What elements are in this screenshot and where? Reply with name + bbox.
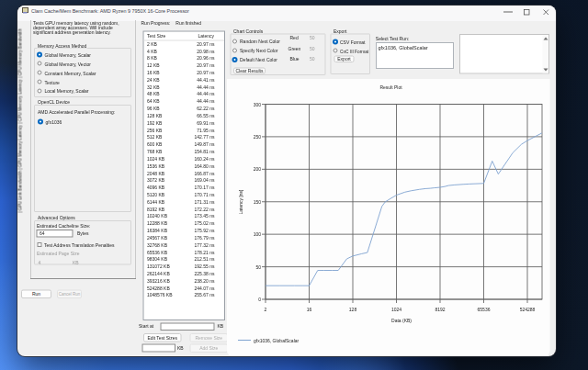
svg-text:200: 200 [254, 166, 262, 172]
svg-text:1024: 1024 [391, 307, 401, 312]
svg-text:100: 100 [254, 231, 262, 237]
svg-text:250: 250 [254, 134, 262, 140]
svg-text:Result Plot: Result Plot [379, 84, 402, 90]
svg-text:gfx1036, GlobalScalar: gfx1036, GlobalScalar [254, 338, 300, 343]
svg-text:Data (KB): Data (KB) [391, 318, 412, 323]
svg-text:65536: 65536 [478, 307, 491, 312]
svg-text:150: 150 [254, 199, 262, 205]
svg-text:8192: 8192 [435, 307, 445, 312]
svg-text:50: 50 [255, 264, 261, 270]
svg-text:300: 300 [254, 102, 262, 107]
svg-text:Latency [ns]: Latency [ns] [238, 189, 243, 215]
svg-text:128: 128 [349, 307, 357, 312]
svg-text:524288: 524288 [520, 307, 536, 312]
svg-text:0: 0 [258, 297, 261, 302]
svg-text:2: 2 [265, 307, 267, 312]
svg-text:16: 16 [307, 307, 312, 312]
